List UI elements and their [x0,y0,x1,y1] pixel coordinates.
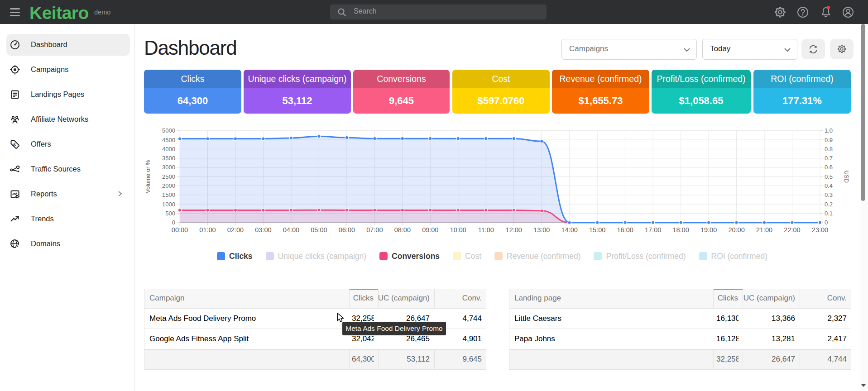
svg-text:0.3: 0.3 [825,191,833,198]
svg-text:23:00: 23:00 [812,226,828,234]
svg-text:4000: 4000 [162,146,175,153]
svg-text:19:00: 19:00 [700,226,717,234]
svg-text:12:00: 12:00 [506,226,522,234]
svg-text:20:00: 20:00 [728,226,744,234]
svg-text:15:00: 15:00 [589,226,605,234]
svg-text:08:00: 08:00 [394,226,411,234]
svg-text:00:00: 00:00 [172,226,188,234]
svg-text:03:00: 03:00 [255,226,271,234]
svg-text:0.2: 0.2 [825,201,833,208]
svg-text:2500: 2500 [162,173,175,180]
svg-text:2000: 2000 [162,182,175,189]
svg-text:5000: 5000 [162,127,175,134]
svg-text:09:00: 09:00 [422,226,438,234]
svg-text:11:00: 11:00 [478,226,494,234]
svg-text:07:00: 07:00 [366,226,383,234]
svg-text:3500: 3500 [162,155,175,162]
svg-text:0.1: 0.1 [825,210,833,217]
svg-text:1000: 1000 [162,201,175,208]
svg-text:06:00: 06:00 [339,226,355,234]
svg-text:0.5: 0.5 [825,173,833,180]
svg-text:10:00: 10:00 [450,226,466,234]
svg-text:3000: 3000 [162,164,175,171]
svg-text:05:00: 05:00 [311,226,327,234]
svg-text:0.7: 0.7 [825,155,833,162]
svg-text:0.6: 0.6 [825,164,833,171]
svg-text:18:00: 18:00 [672,226,689,234]
svg-text:0: 0 [825,219,828,226]
svg-text:16:00: 16:00 [617,226,633,234]
svg-text:Volume or %: Volume or % [144,160,151,193]
svg-text:17:00: 17:00 [645,226,661,234]
svg-text:21:00: 21:00 [756,226,772,234]
svg-text:USD: USD [843,170,850,182]
svg-text:01:00: 01:00 [199,226,216,234]
svg-text:0.9: 0.9 [825,137,833,143]
svg-text:0.4: 0.4 [825,182,833,189]
svg-text:0.8: 0.8 [825,146,833,153]
svg-text:1500: 1500 [162,191,175,198]
svg-text:04:00: 04:00 [283,226,299,234]
svg-text:4500: 4500 [162,137,175,143]
svg-text:14:00: 14:00 [561,226,578,234]
svg-text:22:00: 22:00 [784,226,800,234]
svg-text:13:00: 13:00 [533,226,550,234]
svg-text:500: 500 [165,210,175,217]
svg-text:$: $ [14,142,16,147]
svg-text:1.0: 1.0 [825,127,833,134]
svg-text:02:00: 02:00 [227,226,244,234]
svg-text:0: 0 [172,219,175,226]
